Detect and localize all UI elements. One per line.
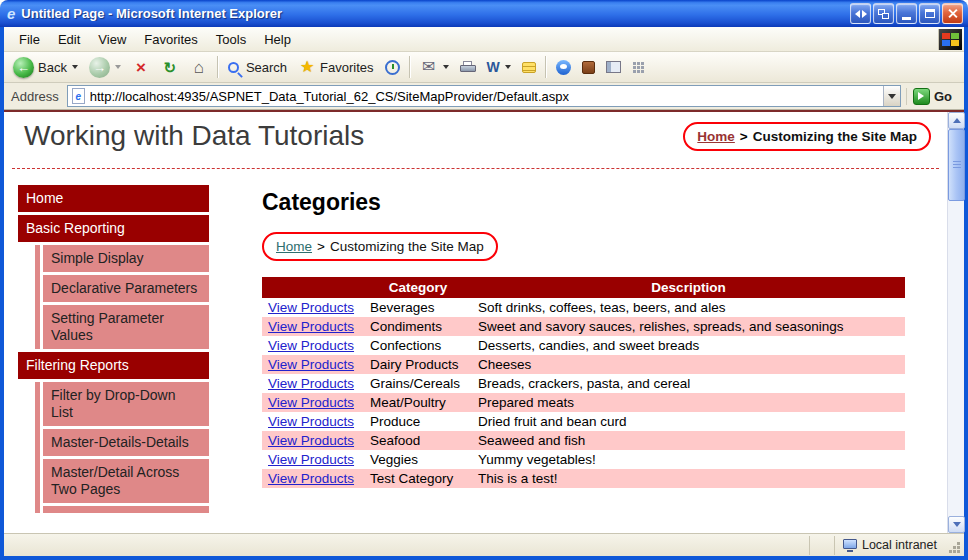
scroll-up-button[interactable]: [948, 112, 965, 129]
menu-view[interactable]: View: [89, 28, 135, 51]
minimize-icon: [902, 17, 911, 20]
print-button[interactable]: [455, 54, 481, 81]
menu-edit[interactable]: Edit: [49, 28, 89, 51]
messenger-button[interactable]: [551, 54, 576, 81]
close-button[interactable]: [942, 3, 963, 24]
layout-icon: [606, 61, 621, 73]
address-bar: Address e http://localhost:4935/ASPNET_D…: [4, 83, 964, 110]
view-products-link[interactable]: View Products: [268, 433, 354, 448]
back-label: Back: [38, 60, 67, 75]
page-icon: e: [72, 88, 85, 104]
view-products-link[interactable]: View Products: [268, 319, 354, 334]
breadcrumb-annotation: Home > Customizing the Site Map: [262, 232, 498, 261]
categories-table: Category Description View Products Bever…: [262, 277, 905, 488]
refresh-button[interactable]: ↻: [156, 54, 184, 81]
category-cell: Test Category: [364, 469, 472, 488]
view-products-link[interactable]: View Products: [268, 414, 354, 429]
view-products-link[interactable]: View Products: [268, 338, 354, 353]
address-dropdown-button[interactable]: [883, 86, 900, 106]
table-row: View Products Meat/Poultry Prepared meat…: [262, 393, 905, 412]
sidebar-item-partial[interactable]: [43, 506, 209, 513]
forward-button[interactable]: →: [84, 54, 126, 81]
window-controls: [850, 3, 963, 24]
table-header-row: Category Description: [262, 277, 905, 298]
sidebar-item-declarative-parameters[interactable]: Declarative Parameters: [43, 275, 209, 302]
left-right-arrows-icon: [855, 10, 867, 18]
go-button[interactable]: Go: [906, 88, 960, 105]
view-products-link[interactable]: View Products: [268, 376, 354, 391]
status-spacer-panel: [809, 536, 831, 555]
close-icon: [947, 8, 958, 19]
discuss-button[interactable]: [517, 54, 541, 81]
title-bar: e Untitled Page - Microsoft Internet Exp…: [0, 0, 968, 27]
main-content: Categories Home > Customizing the Site M…: [262, 189, 947, 488]
content-breadcrumb-current: Customizing the Site Map: [330, 239, 484, 254]
sidebar-item-basic-reporting[interactable]: Basic Reporting: [18, 215, 209, 242]
scroll-down-button[interactable]: [948, 516, 965, 533]
cascade-windows-icon: [878, 9, 889, 19]
history-clock-icon: [385, 60, 400, 75]
mail-button[interactable]: ✉: [415, 54, 454, 81]
ie-icon: e: [7, 5, 15, 22]
breadcrumb-separator: >: [740, 129, 748, 144]
search-label: Search: [246, 60, 287, 75]
breadcrumb-home-link[interactable]: Home: [697, 129, 735, 144]
category-cell: Seafood: [364, 431, 472, 450]
category-cell: Confections: [364, 336, 472, 355]
menu-favorites[interactable]: Favorites: [135, 28, 206, 51]
view-products-link[interactable]: View Products: [268, 300, 354, 315]
content-breadcrumb-home-link[interactable]: Home: [276, 239, 312, 254]
breadcrumb-top-annotation: Home > Customizing the Site Map: [683, 122, 931, 151]
description-cell: Desserts, candies, and sweet breads: [472, 336, 905, 355]
browser-window: e Untitled Page - Microsoft Internet Exp…: [0, 0, 968, 560]
address-input[interactable]: e http://localhost:4935/ASPNET_Data_Tuto…: [67, 85, 901, 107]
sidebar-subgroup-filtering-reports: Filter by Drop-Down List Master-Details-…: [35, 382, 209, 513]
home-button[interactable]: ⌂: [185, 54, 213, 81]
stop-button[interactable]: ×: [127, 54, 155, 81]
sidebar-item-setting-parameter-values[interactable]: Setting Parameter Values: [43, 305, 209, 349]
history-button[interactable]: [380, 54, 405, 81]
sidebar-item-master-details-details[interactable]: Master-Details-Details: [43, 429, 209, 456]
menu-help[interactable]: Help: [255, 28, 300, 51]
layout-button[interactable]: [601, 54, 626, 81]
view-products-link[interactable]: View Products: [268, 471, 354, 486]
maximize-button[interactable]: [919, 3, 940, 24]
grid-button[interactable]: [627, 54, 650, 81]
sidebar-item-simple-display[interactable]: Simple Display: [43, 245, 209, 272]
title-arrows-button[interactable]: [850, 3, 871, 24]
page-title: Categories: [262, 189, 901, 216]
table-row: View Products Beverages Soft drinks, cof…: [262, 298, 905, 317]
forward-dropdown-icon: [115, 65, 121, 69]
local-intranet-icon: [843, 539, 857, 552]
search-button[interactable]: Search: [223, 54, 292, 81]
view-products-link[interactable]: View Products: [268, 452, 354, 467]
category-cell: Grains/Cereals: [364, 374, 472, 393]
scrollbar-thumb[interactable]: [948, 129, 965, 201]
sidebar-item-filtering-reports[interactable]: Filtering Reports: [18, 352, 209, 379]
back-button[interactable]: ← Back: [8, 54, 83, 81]
edit-word-icon: W: [487, 59, 500, 75]
title-windows-button[interactable]: [873, 3, 894, 24]
description-cell: Cheeses: [472, 355, 905, 374]
sidebar-item-master-detail-across-two-pages[interactable]: Master/Detail Across Two Pages: [43, 459, 209, 503]
edit-button[interactable]: W: [482, 54, 516, 81]
favorites-star-icon: ★: [298, 58, 316, 76]
back-icon: ←: [13, 57, 34, 78]
view-products-link[interactable]: View Products: [268, 395, 354, 410]
description-cell: Soft drinks, coffees, teas, beers, and a…: [472, 298, 905, 317]
favorites-button[interactable]: ★ Favorites: [293, 54, 378, 81]
research-button[interactable]: [577, 54, 600, 81]
vertical-scrollbar[interactable]: [947, 112, 964, 533]
sidebar-item-home[interactable]: Home: [18, 185, 209, 212]
sidebar-item-filter-by-drop-down-list[interactable]: Filter by Drop-Down List: [43, 382, 209, 426]
view-products-link[interactable]: View Products: [268, 357, 354, 372]
category-cell: Produce: [364, 412, 472, 431]
minimize-button[interactable]: [896, 3, 917, 24]
messenger-icon: [556, 60, 571, 75]
table-row: View Products Test Category This is a te…: [262, 469, 905, 488]
menu-file[interactable]: File: [10, 28, 49, 51]
menu-tools[interactable]: Tools: [207, 28, 255, 51]
refresh-icon: ↻: [161, 58, 179, 76]
category-cell: Condiments: [364, 317, 472, 336]
resize-grip[interactable]: [948, 536, 962, 555]
